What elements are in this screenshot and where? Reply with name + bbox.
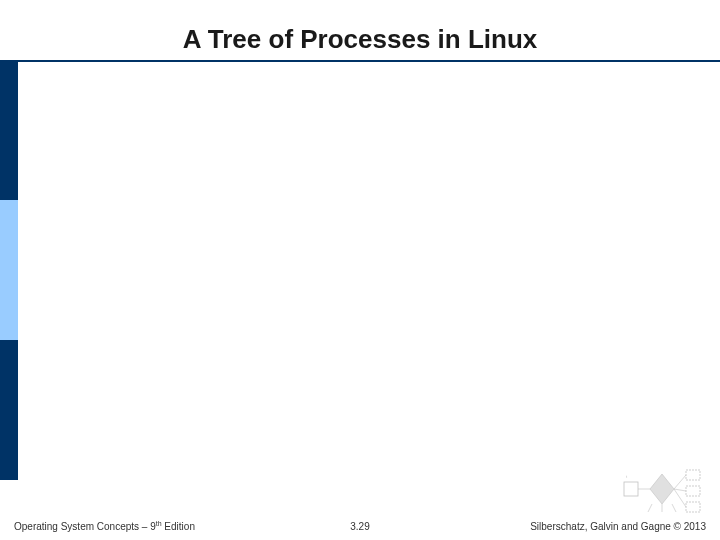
accent-dark xyxy=(0,60,18,200)
footer-book-suffix: Edition xyxy=(162,521,195,532)
svg-line-5 xyxy=(648,504,652,512)
title-underline xyxy=(0,60,720,62)
left-accent-bar xyxy=(0,60,18,480)
slide-footer: Operating System Concepts – 9th Edition … xyxy=(0,512,720,532)
svg-rect-2 xyxy=(686,486,700,496)
svg-line-9 xyxy=(674,475,686,489)
svg-line-7 xyxy=(672,504,676,512)
footer-left: Operating System Concepts – 9th Edition xyxy=(14,520,195,532)
accent-light xyxy=(0,200,18,340)
svg-marker-4 xyxy=(650,474,674,504)
svg-text:t: t xyxy=(626,474,628,479)
footer-page-number: 3.29 xyxy=(350,521,369,532)
accent-dark-2 xyxy=(0,340,18,480)
footer-copyright: Silberschatz, Galvin and Gagne © 2013 xyxy=(530,521,706,532)
svg-rect-0 xyxy=(624,482,638,496)
footer-book-prefix: Operating System Concepts – 9 xyxy=(14,521,156,532)
svg-line-11 xyxy=(674,489,686,507)
svg-line-10 xyxy=(674,489,686,491)
slide-title: A Tree of Processes in Linux xyxy=(0,24,720,55)
corner-diagram-icon: t xyxy=(622,464,702,514)
svg-rect-3 xyxy=(686,502,700,512)
svg-rect-1 xyxy=(686,470,700,480)
